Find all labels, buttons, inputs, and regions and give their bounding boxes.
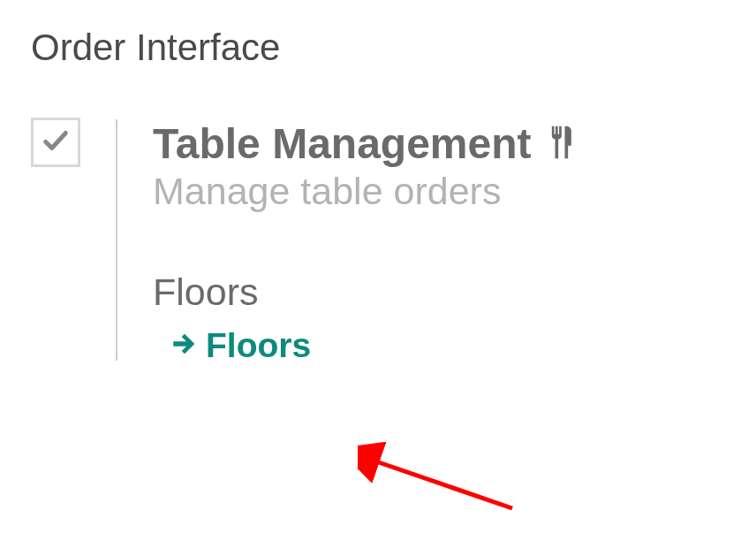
svg-line-0 (371, 460, 512, 508)
arrow-right-icon (169, 330, 197, 362)
table-management-checkbox[interactable] (31, 118, 80, 167)
setting-content: Table Management Manage table orders Flo… (153, 118, 725, 365)
section-title: Order Interface (31, 27, 725, 69)
floors-link[interactable]: Floors (169, 326, 725, 365)
cutlery-icon (541, 123, 579, 165)
floors-link-label: Floors (206, 326, 311, 365)
setting-description: Manage table orders (153, 170, 725, 213)
checkmark-icon (41, 126, 71, 159)
floors-label: Floors (153, 270, 725, 314)
setting-title: Table Management (153, 121, 532, 168)
vertical-divider (116, 119, 117, 361)
setting-row: Table Management Manage table orders Flo… (31, 118, 725, 365)
setting-header: Table Management (153, 121, 725, 168)
checkbox-wrapper (31, 118, 80, 167)
annotation-arrow (358, 442, 525, 522)
